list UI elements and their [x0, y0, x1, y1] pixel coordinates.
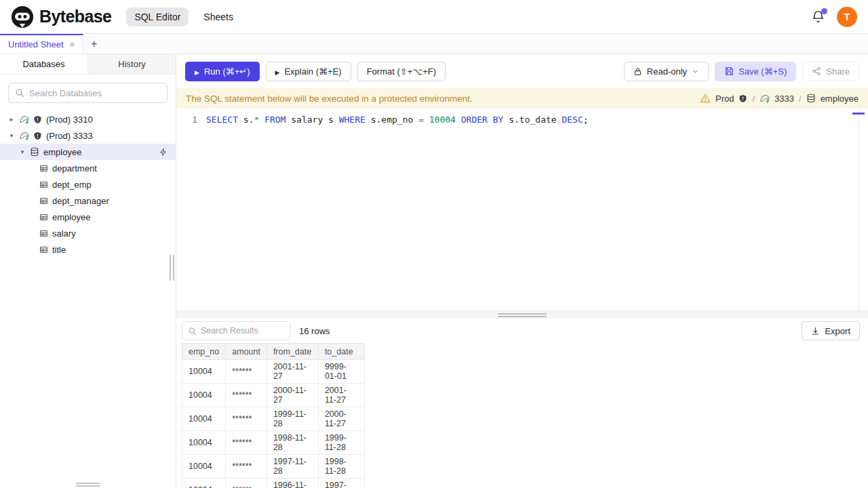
breadcrumb-separator: / — [752, 94, 755, 104]
table-row[interactable]: 10004 ****** 2000-11-27 2001-11-27 — [182, 384, 365, 407]
cell-amount[interactable]: ****** — [226, 384, 267, 407]
column-header[interactable]: amount — [226, 344, 267, 360]
connection-breadcrumb: Prod / 3333 / — [700, 93, 859, 104]
cell-from-date[interactable]: 2000-11-27 — [267, 384, 318, 407]
database-search-input[interactable] — [29, 88, 161, 98]
code-line[interactable]: 1 SELECT s.* FROM salary s WHERE s.emp_n… — [176, 113, 868, 126]
table-icon — [39, 180, 48, 189]
tab-history[interactable]: History — [88, 54, 176, 74]
cell-emp-no[interactable]: 10004 — [182, 360, 226, 384]
cell-from-date[interactable]: 1997-11-28 — [267, 455, 318, 479]
cell-amount[interactable]: ****** — [226, 360, 267, 384]
cell-to-date[interactable]: 1998-11-28 — [318, 455, 364, 479]
cell-to-date[interactable]: 2001-11-27 — [318, 384, 364, 407]
sql-editor[interactable]: 1 SELECT s.* FROM salary s WHERE s.emp_n… — [176, 108, 868, 310]
nav-sql-editor[interactable]: SQL Editor — [126, 7, 189, 26]
cell-to-date[interactable]: 1997-11-28 — [318, 479, 364, 488]
sql-token: DESC — [561, 115, 583, 125]
readonly-mode-dropdown[interactable]: Read-only — [624, 62, 709, 81]
table-row[interactable]: 10004 ****** 1997-11-28 1998-11-28 — [182, 455, 365, 479]
grid-header-row: emp_no amount from_date to_date — [182, 344, 365, 360]
sql-token: ; — [583, 115, 589, 125]
database-icon — [806, 94, 816, 103]
database-search[interactable] — [8, 83, 167, 103]
tree-item[interactable]: dept_emp — [0, 176, 176, 192]
tree-item-label: dept_emp — [52, 180, 92, 190]
share-button[interactable]: Share — [802, 62, 859, 81]
caret-icon[interactable] — [8, 116, 15, 123]
tree-item-label: employee — [52, 212, 90, 222]
save-button[interactable]: Save (⌘+S) — [715, 62, 796, 81]
explain-button[interactable]: Explain (⌘+E) — [266, 62, 351, 81]
cell-emp-no[interactable]: 10004 — [182, 407, 226, 431]
export-button[interactable]: Export — [802, 321, 860, 340]
cell-amount[interactable]: ****** — [226, 455, 267, 479]
save-icon — [724, 66, 734, 76]
avatar[interactable]: T — [837, 7, 857, 27]
sidebar-resize-handle[interactable] — [170, 255, 174, 281]
cell-from-date[interactable]: 1999-11-28 — [267, 407, 318, 431]
tree-item[interactable]: employee — [0, 209, 176, 225]
results-search-input[interactable] — [201, 326, 284, 336]
tree-item[interactable]: dept_manager — [0, 192, 176, 209]
notifications-bell-icon[interactable] — [811, 9, 826, 24]
tab-databases[interactable]: Databases — [0, 54, 88, 74]
database-label[interactable]: employee — [821, 94, 859, 104]
tree-item[interactable]: (Prod) 3333 — [0, 127, 176, 144]
new-sheet-button[interactable]: + — [83, 34, 105, 54]
format-label: Format (⇧+⌥+F) — [367, 66, 436, 77]
quick-action-bolt-icon[interactable] — [159, 148, 167, 157]
cell-to-date[interactable]: 1999-11-28 — [318, 431, 364, 455]
cell-emp-no[interactable]: 10004 — [182, 384, 226, 407]
run-button[interactable]: Run (⌘+↵) — [185, 62, 260, 81]
results-resize-handle[interactable] — [498, 313, 547, 317]
tree-item[interactable]: title — [0, 241, 176, 258]
instance-label[interactable]: 3333 — [774, 94, 794, 104]
environment-shield-icon — [33, 115, 42, 124]
results-search[interactable] — [182, 321, 290, 340]
column-header[interactable]: from_date — [267, 344, 318, 360]
cell-emp-no[interactable]: 10004 — [182, 479, 226, 488]
database-icon — [30, 147, 39, 157]
cell-emp-no[interactable]: 10004 — [182, 431, 226, 455]
cell-amount[interactable]: ****** — [226, 407, 267, 431]
sheet-tab-untitled[interactable]: Untitled Sheet — [0, 34, 83, 54]
editor-scrollbar[interactable] — [859, 108, 859, 310]
play-icon — [275, 66, 280, 77]
results-resize-divider[interactable] — [176, 310, 868, 319]
column-header[interactable]: to_date — [318, 344, 364, 360]
sql-token: BY — [493, 115, 504, 125]
mysql-instance-icon — [19, 115, 29, 125]
cell-amount[interactable]: ****** — [226, 479, 267, 488]
tree-item[interactable]: (Prod) 3310 — [0, 111, 176, 127]
cell-from-date[interactable]: 2001-11-27 — [267, 360, 318, 384]
unsaved-dot — [70, 42, 75, 47]
caret-icon[interactable] — [19, 148, 26, 155]
table-row[interactable]: 10004 ****** 1999-11-28 2000-11-27 — [182, 407, 365, 431]
share-label: Share — [826, 66, 850, 77]
tree-item[interactable]: department — [0, 160, 176, 176]
table-row[interactable]: 10004 ****** 1996-11-28 1997-11-28 — [182, 479, 365, 488]
breadcrumb-separator: / — [799, 94, 802, 104]
bytebase-logo[interactable]: Bytebase — [11, 5, 111, 28]
sidebar-bottom-resize-handle[interactable] — [76, 483, 100, 487]
notification-dot — [821, 8, 827, 14]
format-button[interactable]: Format (⇧+⌥+F) — [357, 62, 446, 81]
tree-item[interactable]: employee — [0, 144, 176, 160]
column-header[interactable]: emp_no — [182, 344, 226, 360]
results-panel: 16 rows Export emp_no amount — [176, 319, 868, 488]
nav-sheets[interactable]: Sheets — [195, 7, 241, 26]
cell-to-date[interactable]: 2000-11-27 — [318, 407, 364, 431]
caret-icon[interactable] — [8, 132, 15, 139]
chevron-down-icon — [692, 68, 699, 75]
table-row[interactable]: 10004 ****** 2001-11-27 9999-01-01 — [182, 360, 365, 384]
cell-emp-no[interactable]: 10004 — [182, 455, 226, 479]
cell-from-date[interactable]: 1998-11-28 — [267, 431, 318, 455]
cell-amount[interactable]: ****** — [226, 431, 267, 455]
tree-item[interactable]: salary — [0, 225, 176, 241]
cell-from-date[interactable]: 1996-11-28 — [267, 479, 318, 488]
cell-to-date[interactable]: 9999-01-01 — [318, 360, 364, 384]
bytebase-logo-icon — [11, 5, 34, 28]
environment-label[interactable]: Prod — [715, 94, 734, 104]
table-row[interactable]: 10004 ****** 1998-11-28 1999-11-28 — [182, 431, 365, 455]
